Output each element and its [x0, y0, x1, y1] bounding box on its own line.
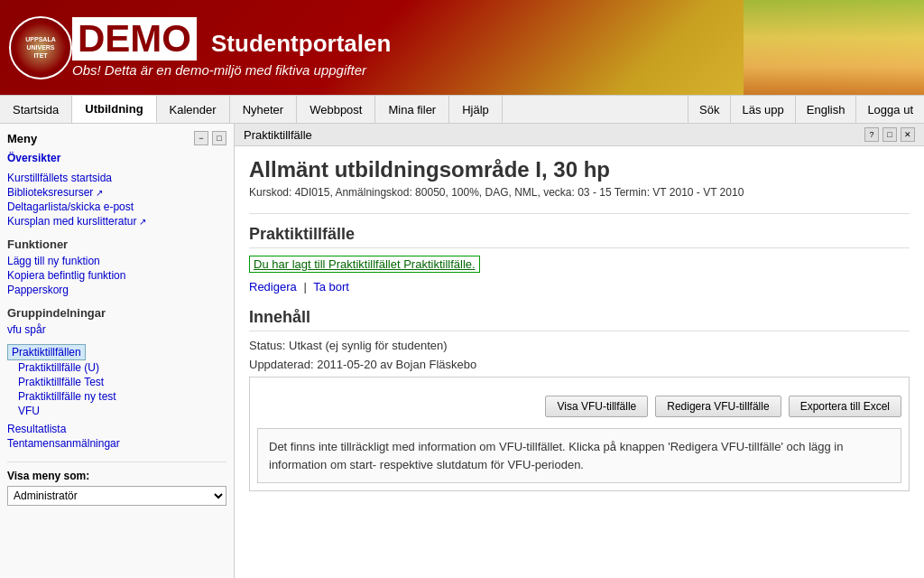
sidebar-item-praktik-ny-test[interactable]: Praktiktillfälle ny test [7, 389, 226, 404]
sidebar-header: Meny − □ [7, 131, 226, 145]
action-sok[interactable]: Sök [688, 96, 730, 123]
header-decorative-image [744, 0, 924, 95]
status-row: Status: Utkast (ej synlig för studenten) [249, 339, 910, 352]
sidebar-course-links: Kurstillfällets startsida Biblioteksresu… [7, 171, 226, 228]
sidebar-title: Meny [7, 132, 37, 145]
course-info: Kurskod: 4DI015, Anmälningskod: 80050, 1… [249, 186, 910, 199]
action-buttons: Visa VFU-tillfälle Redigera VFU-tillfäll… [257, 396, 901, 417]
panel-header: Praktiktillfälle ? □ ✕ [235, 124, 924, 146]
sidebar-maximize-btn[interactable]: □ [212, 131, 226, 145]
tab-webbpost[interactable]: Webbpost [297, 96, 375, 123]
sidebar-item-resultatlista[interactable]: Resultatlista [7, 422, 226, 436]
tab-hjalp[interactable]: Hjälp [449, 96, 503, 123]
sidebar-praktik-section: Praktiktillfällen Praktiktillfälle (U) P… [7, 344, 226, 418]
sidebar-item-deltagarlista[interactable]: Deltagarlista/skicka e-post [7, 200, 226, 214]
info-box: Det finns inte tillräckligt med informat… [257, 428, 901, 483]
updated-row: Uppdaterad: 2011-05-20 av Bojan Fläskebo [249, 358, 910, 371]
panel-close-btn[interactable]: ✕ [901, 127, 915, 142]
section2-title: Innehåll [249, 308, 910, 331]
sidebar-item-lagg-till[interactable]: Lägg till ny funktion [7, 254, 226, 268]
vfu-section: Visa VFU-tillfälle Redigera VFU-tillfäll… [249, 377, 910, 491]
sidebar-item-praktik-u[interactable]: Praktiktillfälle (U) [7, 360, 226, 375]
sidebar-minimize-btn[interactable]: − [194, 131, 208, 145]
exportera-btn[interactable]: Exportera till Excel [789, 396, 901, 417]
content-panel: Praktiktillfälle ? □ ✕ Allmänt utbildnin… [235, 124, 924, 578]
sidebar-view-select[interactable]: Administratör Student [7, 486, 226, 506]
praktiktillfalle-added-link[interactable]: Du har lagt till Praktiktillfället Prakt… [249, 256, 480, 273]
main-layout: Meny − □ Översikter Kurstillfällets star… [0, 124, 924, 578]
ta-bort-link[interactable]: Ta bort [313, 280, 349, 294]
sidebar-group-gruppindelningar: Gruppindelningar [7, 306, 226, 320]
navbar: Startsida Utbildning Kalender Nyheter We… [0, 95, 924, 124]
university-logo: UPPSALAUNIVERSITET [9, 16, 72, 79]
sidebar-footer-label: Visa meny som: [7, 470, 226, 482]
tab-nyheter[interactable]: Nyheter [230, 96, 298, 123]
action-english[interactable]: English [795, 96, 856, 123]
green-link-container: Du har lagt till Praktiktillfället Prakt… [249, 256, 910, 276]
tab-utbildning[interactable]: Utbildning [72, 96, 156, 123]
panel-header-icons: ? □ ✕ [864, 127, 915, 142]
sidebar-item-praktiktillfallen[interactable]: Praktiktillfällen [7, 344, 86, 360]
redigera-link[interactable]: Redigera [249, 280, 297, 294]
sidebar-item-kurstillfalle[interactable]: Kurstillfällets startsida [7, 171, 226, 185]
sidebar-item-oversikter[interactable]: Översikter [7, 151, 226, 165]
sidebar-item-papperskorg[interactable]: Papperskorg [7, 283, 226, 297]
sidebar-item-kursplan[interactable]: Kursplan med kurslitteratur [7, 214, 226, 228]
sidebar-item-biblioteksresurser[interactable]: Biblioteksresurser [7, 185, 226, 200]
redigera-vfu-btn[interactable]: Redigera VFU-tillfälle [655, 396, 781, 417]
sidebar-item-kopiera[interactable]: Kopiera befintlig funktion [7, 268, 226, 283]
university-logo-text: UPPSALAUNIVERSITET [25, 35, 55, 60]
panel-title: Praktiktillfälle [244, 128, 312, 142]
sidebar-footer: Visa meny som: Administratör Student [7, 461, 226, 506]
sidebar: Meny − □ Översikter Kurstillfällets star… [0, 124, 235, 578]
sidebar-item-vfu[interactable]: VFU [7, 404, 226, 418]
content-inner: Allmänt utbildningsområde I, 30 hp Kursk… [235, 146, 924, 502]
action-las-upp[interactable]: Läs upp [730, 96, 794, 123]
panel-minimize-btn[interactable]: □ [882, 127, 897, 142]
header: UPPSALAUNIVERSITET DEMO Studentportalen … [0, 0, 924, 95]
action-logga-ut[interactable]: Logga ut [855, 96, 924, 123]
sidebar-controls: − □ [194, 131, 226, 145]
tab-mina-filer[interactable]: Mina filer [375, 96, 449, 123]
sidebar-group-funktioner: Funktioner [7, 238, 226, 251]
demo-label: DEMO [72, 17, 197, 61]
sidebar-item-tentamensanmalningar[interactable]: Tentamensanmälningar [7, 436, 226, 451]
panel-help-btn[interactable]: ? [864, 127, 879, 142]
action-links: Redigera | Ta bort [249, 280, 910, 294]
link-separator: | [303, 280, 306, 294]
divider-1 [249, 213, 910, 214]
tab-startsida[interactable]: Startsida [0, 96, 72, 123]
sidebar-item-vfu-spar[interactable]: vfu spår [7, 322, 226, 337]
tab-kalender[interactable]: Kalender [157, 96, 230, 123]
visa-vfu-btn[interactable]: Visa VFU-tillfälle [545, 396, 648, 417]
portal-name: Studentportalen [211, 30, 391, 58]
page-main-title: Allmänt utbildningsområde I, 30 hp [249, 157, 910, 182]
sidebar-item-praktik-test[interactable]: Praktiktillfälle Test [7, 375, 226, 389]
section1-title: Praktiktillfälle [249, 225, 910, 248]
